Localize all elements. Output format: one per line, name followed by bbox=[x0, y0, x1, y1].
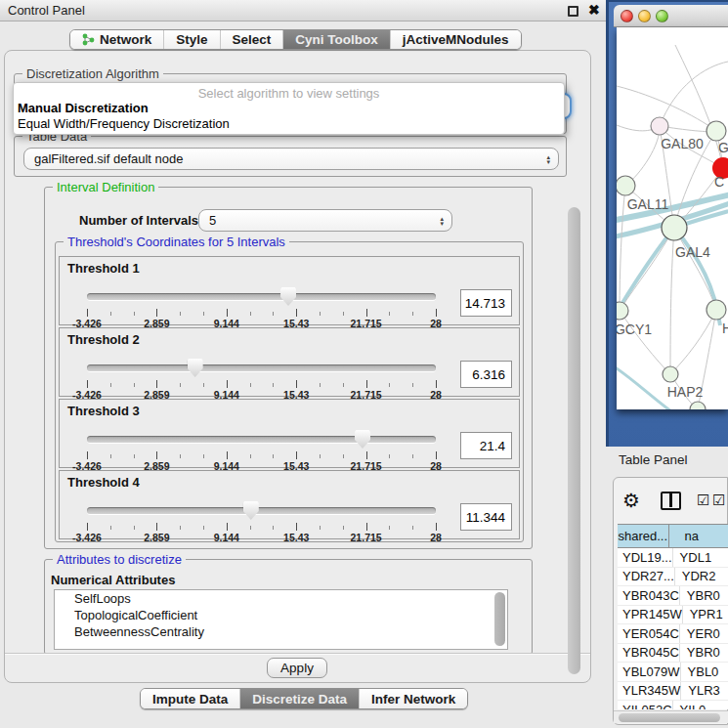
tick-mark bbox=[320, 383, 321, 387]
dropdown-placeholder-item[interactable]: Select algorithm to view settings bbox=[14, 86, 564, 101]
table-data-combobox[interactable]: galFiltered.sif default node ▴▾ bbox=[23, 148, 559, 170]
tick-mark bbox=[110, 526, 111, 530]
tick-label: 21.715 bbox=[351, 532, 382, 543]
close-icon[interactable]: ✖ bbox=[588, 2, 600, 18]
slider-track[interactable] bbox=[87, 507, 436, 514]
apply-button[interactable]: Apply bbox=[267, 658, 327, 678]
column-header-shared[interactable]: shared... bbox=[618, 525, 669, 547]
horizontal-scrollbar-track[interactable] bbox=[614, 710, 728, 723]
tab-cyni-toolbox[interactable]: Cyni Toolbox bbox=[283, 30, 391, 49]
num-intervals-combobox[interactable]: 5 ▴▾ bbox=[198, 209, 452, 232]
network-node[interactable] bbox=[707, 300, 726, 320]
tick-mark bbox=[343, 312, 344, 316]
slider-thumb[interactable] bbox=[355, 430, 370, 449]
table-row[interactable]: YBR043CYBR0 bbox=[618, 586, 728, 606]
tab-select[interactable]: Select bbox=[221, 30, 284, 49]
slider-track[interactable] bbox=[87, 436, 436, 443]
tab-impute-data[interactable]: Impute Data bbox=[141, 689, 240, 708]
threshold-1-slider[interactable] bbox=[87, 286, 436, 308]
threshold-1-value-field[interactable]: 14.713 bbox=[460, 289, 512, 317]
network-icon bbox=[82, 33, 95, 46]
tab-style[interactable]: Style bbox=[164, 30, 220, 49]
tick-mark bbox=[436, 380, 437, 388]
mac-minimize-button[interactable] bbox=[638, 10, 651, 22]
table-row[interactable]: YBL079WYBL0 bbox=[618, 663, 728, 682]
network-edge[interactable] bbox=[620, 311, 670, 374]
slider-track[interactable] bbox=[87, 293, 436, 300]
slider-thumb[interactable] bbox=[280, 287, 296, 306]
mac-zoom-button[interactable] bbox=[656, 10, 668, 22]
network-node[interactable] bbox=[707, 121, 726, 141]
split-columns-icon[interactable] bbox=[661, 492, 681, 510]
table-row[interactable]: YIL052CYIL0 bbox=[618, 701, 728, 709]
network-edge[interactable] bbox=[674, 228, 716, 310]
attribute-list-item[interactable]: BetweennessCentrality bbox=[55, 623, 507, 640]
threshold-2-slider[interactable] bbox=[87, 358, 436, 379]
list-scrollbar[interactable] bbox=[494, 592, 505, 646]
threshold-3-slider[interactable] bbox=[87, 429, 436, 450]
checkbox-icon[interactable]: ☑ bbox=[697, 492, 709, 509]
threshold-3-panel: Threshold 3 -3.4262.8599.14415.4321.7152… bbox=[59, 399, 520, 468]
numerical-attributes-list[interactable]: SelfLoopsTopologicalCoefficientBetweenne… bbox=[54, 589, 508, 650]
slider-track[interactable] bbox=[87, 364, 436, 371]
table-row[interactable]: YPR145WYPR1 bbox=[618, 606, 728, 625]
tick-mark bbox=[227, 451, 228, 459]
tick-mark bbox=[227, 523, 228, 531]
tab-label: Select bbox=[233, 32, 272, 47]
network-node[interactable] bbox=[690, 402, 706, 409]
network-node-label: GCY1 bbox=[617, 321, 652, 337]
tick-mark bbox=[343, 383, 344, 387]
table-cell: YER054C bbox=[618, 624, 680, 643]
tick-mark bbox=[343, 526, 344, 530]
table-row[interactable]: YER054CYER0 bbox=[618, 624, 728, 644]
network-window-titlebar bbox=[614, 5, 728, 27]
table-row[interactable]: YDR27...YDR2 bbox=[618, 568, 728, 587]
tab-network[interactable]: Network bbox=[70, 30, 164, 49]
gear-icon[interactable]: ⚙ bbox=[622, 489, 640, 512]
column-header-name[interactable]: na bbox=[669, 525, 728, 547]
network-edge[interactable] bbox=[670, 228, 674, 374]
tick-mark bbox=[156, 451, 157, 459]
tick-mark bbox=[87, 309, 88, 317]
network-node[interactable] bbox=[651, 117, 668, 135]
slider-ticks bbox=[87, 309, 436, 318]
network-canvas[interactable]: GAL80GACGAL11GAL4GCY1HHAP2 bbox=[617, 27, 728, 409]
tick-mark bbox=[203, 454, 204, 458]
checkbox-icon[interactable]: ☑ bbox=[712, 492, 725, 509]
tab-jactivemnodules[interactable]: jActiveMNodules bbox=[391, 30, 521, 49]
network-node[interactable] bbox=[617, 302, 628, 320]
tick-mark bbox=[273, 454, 274, 458]
horizontal-scrollbar-thumb[interactable] bbox=[619, 713, 720, 722]
tick-mark bbox=[134, 312, 135, 316]
mac-close-button[interactable] bbox=[621, 10, 633, 22]
table-panel-title: Table Panel bbox=[619, 452, 688, 467]
attribute-list-item[interactable]: TopologicalCoefficient bbox=[55, 607, 507, 623]
slider-ticks bbox=[87, 523, 436, 532]
threshold-1-panel: Threshold 1 -3.4262.8599.14415.4321.7152… bbox=[59, 256, 520, 325]
table-cell: YBL079W bbox=[618, 663, 681, 681]
network-node[interactable] bbox=[663, 366, 678, 382]
table-row[interactable]: YDL19...YDL1 bbox=[618, 548, 728, 568]
tick-mark bbox=[156, 380, 157, 388]
tick-mark bbox=[87, 451, 88, 459]
table-row[interactable]: YLR345WYLR3 bbox=[618, 682, 728, 702]
panel-scrollbar[interactable] bbox=[568, 207, 580, 674]
network-node[interactable] bbox=[617, 176, 635, 195]
dropdown-item-manual-discretization[interactable]: Manual Discretization bbox=[18, 101, 149, 115]
tab-discretize-data[interactable]: Discretize Data bbox=[240, 689, 360, 708]
tab-infer-network[interactable]: Infer Network bbox=[360, 689, 467, 708]
threshold-2-value-field[interactable]: 6.316 bbox=[460, 361, 512, 388]
dropdown-item-equal-width[interactable]: Equal Width/Frequency Discretization bbox=[18, 116, 230, 131]
network-edge[interactable] bbox=[670, 310, 716, 374]
table-row[interactable]: YBR045CYBR0 bbox=[618, 644, 728, 664]
slider-thumb[interactable] bbox=[188, 359, 203, 377]
tick-mark bbox=[273, 383, 274, 387]
threshold-4-slider[interactable] bbox=[87, 500, 436, 522]
attribute-list-item[interactable]: SelfLoops bbox=[55, 590, 507, 607]
threshold-3-value-field[interactable]: 21.4 bbox=[460, 432, 512, 459]
network-node[interactable] bbox=[662, 215, 687, 240]
float-window-icon[interactable] bbox=[568, 6, 578, 17]
network-edge[interactable] bbox=[620, 186, 625, 311]
slider-thumb[interactable] bbox=[243, 501, 259, 520]
threshold-4-value-field[interactable]: 11.344 bbox=[460, 503, 512, 531]
